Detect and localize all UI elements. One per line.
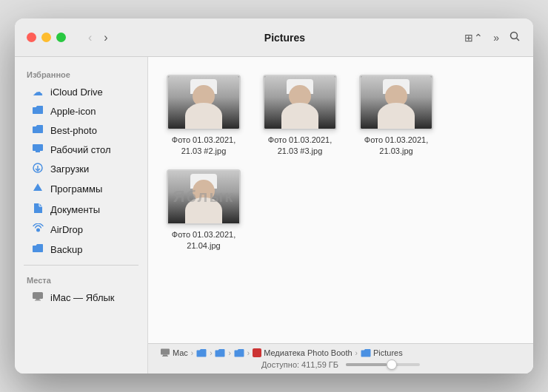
folder-icon [31,105,44,117]
svg-rect-13 [162,356,168,356]
svg-rect-2 [33,144,43,151]
svg-rect-8 [33,292,43,299]
expand-button[interactable]: » [489,28,504,47]
path-item [196,349,207,357]
path-item [215,349,225,357]
backup-icon [31,243,44,255]
storage-row: Доступно: 411,59 ГБ [160,360,521,369]
sidebar-item-label: Backup [50,244,82,255]
sidebar-item-imac[interactable]: iMac — Яблык [19,288,143,308]
sidebar-item-label: iCloud Drive [50,87,103,98]
svg-point-0 [511,33,518,39]
svg-rect-11 [161,349,170,355]
file-thumbnail [167,75,241,130]
sidebar-item-best-photo[interactable]: Best-photo [19,121,143,140]
bottom-bar: Mac › › › [148,343,533,374]
storage-slider[interactable] [346,363,420,366]
close-button[interactable] [27,33,36,42]
file-name: Фото 01.03.2021, 21.03 #2.jpg [163,135,244,158]
titlebar: ‹ › Pictures ⊞ ⌃ » [15,18,533,57]
finder-window: ‹ › Pictures ⊞ ⌃ » Избранное ☁ iCloud Dr… [15,18,533,374]
folder-icon [215,349,225,357]
maximize-button[interactable] [56,33,66,42]
folder-icon [361,349,371,357]
storage-label: Доступно: 411,59 ГБ [261,360,338,369]
folder-icon [196,349,207,357]
file-name: Фото 01.03.2021, 21.03 #3.jpg [259,135,341,158]
sidebar-item-label: AirDrop [50,224,83,235]
svg-rect-12 [163,355,167,356]
downloads-icon [31,163,44,175]
path-separator: › [355,349,358,357]
forward-button[interactable]: › [99,28,112,47]
folder-icon [234,349,244,357]
file-item[interactable]: Фото 01.03.2021, 21.03 #3.jpg [259,75,341,158]
window-title: Pictures [118,32,452,44]
sidebar-item-backup[interactable]: Backup [19,240,143,259]
file-thumbnail [263,75,337,130]
storage-fill [346,363,387,366]
files-grid: Фото 01.03.2021, 21.03 #2.jpg Фото 01.03… [148,57,533,343]
path-row: Mac › › › [160,348,521,357]
sidebar-item-documents[interactable]: Документы [19,199,143,220]
programs-icon [31,183,44,195]
svg-marker-6 [33,183,42,191]
view-toggle-button[interactable]: ⊞ ⌃ [460,28,487,47]
path-separator: › [210,349,212,357]
airdrop-icon [31,223,44,236]
path-item [234,349,244,357]
titlebar-actions: ⊞ ⌃ » [451,28,533,47]
sidebar-item-label: Программы [50,183,102,195]
svg-line-1 [517,38,520,41]
search-button[interactable] [505,28,524,47]
desktop-icon [31,143,44,155]
path-pictures: Pictures [361,348,403,357]
file-item[interactable]: Фото 01.03.2021, 21.03.jpg [355,75,437,158]
svg-rect-3 [36,151,40,152]
sidebar-item-label: iMac — Яблык [50,292,115,303]
file-thumbnail: Яблык [167,169,241,225]
file-name: Фото 01.03.2021, 21.04.jpg [163,229,244,252]
svg-rect-10 [35,300,41,301]
svg-rect-9 [36,299,40,300]
minimize-button[interactable] [41,33,51,42]
search-icon [509,31,520,41]
traffic-lights [15,33,78,42]
mac-icon [160,348,170,357]
navigation-buttons: ‹ › [78,28,118,47]
file-thumbnail [359,75,433,130]
svg-point-7 [36,229,40,232]
path-separator: › [228,349,230,357]
sidebar-item-downloads[interactable]: Загрузки [19,159,143,179]
sidebar-item-icloud[interactable]: ☁ iCloud Drive [19,82,143,101]
back-button[interactable]: ‹ [84,28,96,47]
sidebar-item-programs[interactable]: Программы [19,179,143,199]
path-separator: › [191,349,193,357]
file-item[interactable]: Яблык Фото 01.03.2021, 21.04.jpg [163,169,244,252]
sidebar-item-airdrop[interactable]: AirDrop [19,220,143,240]
main-area: Фото 01.03.2021, 21.03 #2.jpg Фото 01.03… [148,57,533,374]
path-separator: › [247,349,250,357]
main-content: Избранное ☁ iCloud Drive Apple-icon [15,57,533,374]
favorites-label: Избранное [15,66,147,82]
sidebar-item-apple-icon[interactable]: Apple-icon [19,101,143,121]
storage-thumb [387,359,397,370]
imac-icon [31,291,44,304]
svg-rect-14 [253,348,261,357]
sidebar-item-desktop[interactable]: Рабочий стол [19,140,143,159]
app-icon [253,348,261,357]
path-item: Mac [160,348,188,357]
sidebar: Избранное ☁ iCloud Drive Apple-icon [15,57,148,374]
sidebar-item-label: Документы [50,204,100,215]
file-name: Фото 01.03.2021, 21.03.jpg [355,135,437,158]
sidebar-item-label: Best-photo [50,125,97,136]
icloud-icon: ☁ [31,86,44,98]
sidebar-divider [24,265,138,266]
sidebar-item-label: Рабочий стол [50,144,111,155]
folder-icon [31,124,44,136]
locations-label: Места [15,271,147,288]
sidebar-item-label: Apple-icon [50,106,96,117]
documents-icon [31,203,44,216]
file-item[interactable]: Фото 01.03.2021, 21.03 #2.jpg [163,75,244,158]
sidebar-item-label: Загрузки [50,163,89,175]
